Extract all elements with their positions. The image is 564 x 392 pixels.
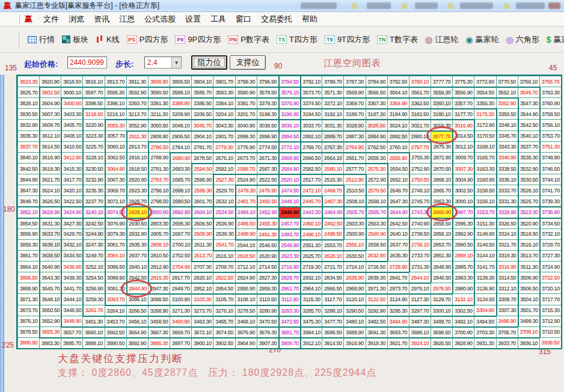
price-cell: 3230.50 [82, 163, 104, 174]
price-cell: 2767.30 [322, 141, 343, 152]
menu-item-5[interactable]: 设置 [180, 13, 206, 26]
resistance-button[interactable]: 阻力位 [191, 55, 227, 70]
menu-item-1[interactable]: 浏览 [64, 13, 89, 26]
price-cell: 2556.10 [343, 239, 365, 250]
kline-candles-icon [96, 35, 104, 44]
price-cell: 3055.30 [105, 119, 126, 130]
price-cell: 3835.30 [17, 130, 39, 141]
toolbar-item-1[interactable]: 板块 [58, 32, 92, 47]
price-cell: 3650.50 [39, 305, 61, 316]
toolbar-item-12[interactable]: $赢家服务 [543, 32, 564, 47]
price-cell: 3691.30 [366, 326, 387, 337]
price-cell: 3108.10 [235, 293, 257, 304]
price-cell: 3936.10 [518, 337, 539, 348]
toolbar-item-10[interactable]: ◉赢家轮 [462, 32, 502, 47]
price-cell: 3828.10 [17, 97, 39, 108]
background-window-artifact [352, 3, 357, 9]
price-cell: 2952.10 [191, 283, 213, 293]
menu-item-6[interactable]: 工具 [206, 13, 231, 26]
price-cell: 3021.70 [409, 119, 431, 130]
price-cell: 3628.90 [39, 206, 61, 217]
price-cell: 3302.50 [452, 305, 474, 316]
price-cell: 3780.10 [409, 76, 431, 87]
price-cell: 2846.50 [431, 272, 452, 283]
toolbar-item-9[interactable]: ◎江恩轮 [421, 32, 462, 47]
price-cell: 3477.70 [322, 316, 343, 326]
price-cell: 2726.50 [366, 261, 387, 272]
toolbar-item-8[interactable]: TNT数字表 [373, 32, 421, 47]
price-cell: 3844.90 [17, 174, 39, 185]
price-cell: 3741.70 [539, 185, 561, 195]
price-cell: 2700.10 [170, 239, 191, 250]
price-cell: 3333.70 [496, 185, 518, 195]
price-cell: 2539.30 [213, 228, 234, 239]
price-cell: 2932.90 [126, 228, 148, 239]
price-cell: 3866.50 [17, 272, 39, 283]
support-button[interactable]: 支撑位 [230, 55, 266, 70]
step-combobox[interactable]: 2.4 ▼ [144, 57, 182, 69]
price-cell: 3523.30 [518, 206, 539, 217]
price-cell: 3410.50 [61, 141, 82, 152]
toolbar-item-2[interactable]: K线 [92, 32, 123, 47]
price-cell: 2779.30 [213, 141, 234, 152]
price-cell: 2613.70 [191, 250, 213, 261]
price-cell: 3422.50 [61, 195, 82, 206]
price-cell: 3487.30 [409, 316, 431, 326]
price-cell: 2856.10 [431, 228, 452, 239]
price-cell: 3787.30 [343, 76, 365, 87]
toolbar-item-4[interactable]: P99P四方形 [171, 32, 224, 47]
price-cell: 2836.90 [343, 272, 365, 283]
chevron-down-icon[interactable]: ▼ [171, 57, 181, 68]
price-cell: 2563.30 [366, 218, 387, 228]
price-cell: 3196.90 [278, 108, 300, 119]
price-cell: 3184.90 [387, 108, 409, 119]
sector-blocks-icon [62, 35, 70, 43]
price-cell: 2594.50 [191, 163, 213, 174]
price-cell: 3475.30 [300, 316, 322, 326]
price-cell: 3616.90 [39, 152, 61, 163]
toolbar-item-6[interactable]: TST四方形 [273, 32, 321, 47]
price-cell: 2764.90 [343, 141, 365, 152]
toolbar-item-7[interactable]: T99T四方形 [321, 32, 373, 47]
price-cell: 2517.70 [300, 174, 322, 185]
menubar-drag-handle[interactable] [18, 14, 20, 24]
menu-item-2[interactable]: 资讯 [89, 13, 114, 26]
start-price-input[interactable] [67, 57, 107, 69]
price-cell: 3204.10 [213, 108, 234, 119]
toolbar-item-label: 行情 [39, 34, 55, 45]
gann-wheel-icon: ◎ [425, 35, 432, 44]
toolbar-drag-handle[interactable] [18, 32, 19, 47]
price-cell: 2853.70 [431, 239, 452, 250]
price-cell: 3609.70 [39, 119, 61, 130]
price-cell: 3360.10 [431, 97, 452, 108]
price-cell: 2954.50 [213, 283, 234, 293]
price-cell: 2484.10 [235, 206, 257, 217]
price-cell: 3343.30 [496, 141, 518, 152]
toolbar-item-11[interactable]: ◎六角形 [502, 32, 542, 47]
price-cell: 2676.10 [213, 152, 234, 163]
price-cell: 3273.70 [191, 305, 213, 316]
price-cell: 3516.10 [518, 239, 539, 250]
toolbar-item-0[interactable]: 行情 [24, 32, 58, 47]
toolbar-item-label: 9P四方形 [188, 34, 221, 45]
price-cell: 3307.30 [496, 305, 518, 316]
price-cell: 3220.90 [82, 119, 104, 130]
menu-item-3[interactable]: 江恩 [114, 13, 139, 26]
menu-item-9[interactable]: 帮助 [297, 13, 322, 26]
menu-item-8[interactable]: 交易委托 [256, 13, 297, 26]
price-cell: 3403.30 [61, 108, 82, 119]
price-cell: 3938.50 [539, 337, 561, 348]
price-cell: 3578.50 [257, 87, 278, 97]
price-cell: 3175.30 [474, 108, 495, 119]
price-cell: 3703.30 [474, 326, 495, 337]
toolbar-item-5[interactable]: PNP数字表 [224, 32, 273, 47]
menu-item-0[interactable]: 文件 [38, 13, 64, 26]
toolbar-item-3[interactable]: PSP四方形 [123, 32, 172, 47]
menu-item-7[interactable]: 窗口 [231, 13, 256, 26]
price-cell: 3369.70 [343, 97, 365, 108]
footer-support-resistance-text: 支撑： 0度2860、45度2877点 压力： 180度2928点、225度29… [58, 367, 376, 379]
price-cell: 2983.30 [452, 272, 474, 283]
price-cell: 3636.10 [39, 239, 61, 250]
price-cell: 3444.10 [61, 293, 82, 304]
menu-item-4[interactable]: 公式选股 [139, 13, 180, 26]
